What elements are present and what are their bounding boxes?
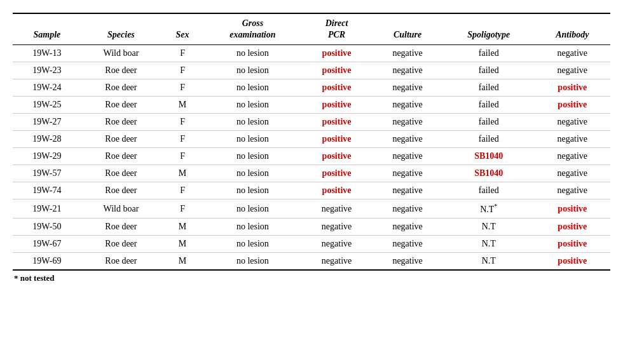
cell-spoligotype: failed [443,97,535,114]
cell-gross: no lesion [204,165,301,182]
data-table: Sample Species Sex Grossexamination Dire… [13,13,610,271]
table-row: 19W-27Roe deerFno lesionpositivenegative… [13,114,610,131]
cell-species: Roe deer [81,165,161,182]
cell-sex: F [161,45,204,62]
cell-sex: M [161,236,204,253]
cell-gross: no lesion [204,199,301,219]
cell-culture: negative [372,199,443,219]
cell-pcr: positive [301,114,373,131]
table-row: 19W-69Roe deerMno lesionnegativenegative… [13,253,610,271]
cell-gross: no lesion [204,148,301,165]
cell-culture: negative [372,219,443,236]
cell-pcr: positive [301,45,373,62]
cell-culture: negative [372,114,443,131]
table-row: 19W-29Roe deerFno lesionpositivenegative… [13,148,610,165]
cell-species: Roe deer [81,62,161,79]
cell-pcr: positive [301,97,373,114]
table-row: 19W-13Wild boarFno lesionpositivenegativ… [13,45,610,62]
col-header-spoligotype: Spoligotype [443,13,535,45]
cell-gross: no lesion [204,182,301,199]
cell-culture: negative [372,62,443,79]
cell-sample: 19W-29 [13,148,81,165]
cell-antibody: negative [535,182,610,199]
table-row: 19W-67Roe deerMno lesionnegativenegative… [13,236,610,253]
main-container: Sample Species Sex Grossexamination Dire… [13,13,610,283]
cell-species: Roe deer [81,253,161,271]
cell-sample: 19W-21 [13,199,81,219]
cell-sample: 19W-28 [13,131,81,148]
cell-spoligotype: SB1040 [443,165,535,182]
cell-antibody: positive [535,79,610,97]
cell-antibody: positive [535,253,610,271]
table-row: 19W-23Roe deerFno lesionpositivenegative… [13,62,610,79]
cell-spoligotype: N.T [443,236,535,253]
cell-pcr: negative [301,253,373,271]
cell-antibody: negative [535,114,610,131]
cell-sex: F [161,182,204,199]
cell-antibody: positive [535,199,610,219]
cell-sex: M [161,219,204,236]
table-row: 19W-24Roe deerFno lesionpositivenegative… [13,79,610,97]
cell-culture: negative [372,45,443,62]
cell-spoligotype: N.T [443,253,535,271]
cell-spoligotype: failed [443,79,535,97]
cell-gross: no lesion [204,253,301,271]
cell-spoligotype: N.T [443,219,535,236]
cell-spoligotype: failed [443,45,535,62]
cell-culture: negative [372,97,443,114]
cell-sex: F [161,131,204,148]
cell-species: Roe deer [81,182,161,199]
col-header-pcr: DirectPCR [301,13,373,45]
cell-pcr: positive [301,148,373,165]
cell-pcr: negative [301,219,373,236]
cell-pcr: positive [301,79,373,97]
cell-sex: M [161,97,204,114]
cell-pcr: positive [301,62,373,79]
cell-pcr: positive [301,131,373,148]
cell-sample: 19W-27 [13,114,81,131]
cell-sex: M [161,253,204,271]
cell-sample: 19W-57 [13,165,81,182]
cell-species: Roe deer [81,236,161,253]
cell-gross: no lesion [204,45,301,62]
cell-species: Wild boar [81,45,161,62]
cell-species: Wild boar [81,199,161,219]
cell-spoligotype: failed [443,182,535,199]
cell-spoligotype: SB1040 [443,148,535,165]
col-header-species: Species [81,13,161,45]
cell-sex: F [161,79,204,97]
cell-antibody: positive [535,219,610,236]
cell-spoligotype: failed [443,62,535,79]
cell-antibody: negative [535,148,610,165]
cell-sample: 19W-25 [13,97,81,114]
cell-sex: F [161,62,204,79]
cell-culture: negative [372,131,443,148]
col-header-culture: Culture [372,13,443,45]
cell-sample: 19W-13 [13,45,81,62]
cell-spoligotype: failed [443,131,535,148]
col-header-sex: Sex [161,13,204,45]
cell-gross: no lesion [204,79,301,97]
cell-pcr: negative [301,236,373,253]
col-header-gross: Grossexamination [204,13,301,45]
cell-sex: F [161,148,204,165]
cell-antibody: positive [535,236,610,253]
cell-antibody: negative [535,45,610,62]
footnote: * not tested [13,273,610,283]
cell-pcr: negative [301,199,373,219]
cell-sample: 19W-24 [13,79,81,97]
cell-gross: no lesion [204,97,301,114]
table-row: 19W-57Roe deerMno lesionpositivenegative… [13,165,610,182]
cell-pcr: positive [301,165,373,182]
table-row: 19W-50Roe deerMno lesionnegativenegative… [13,219,610,236]
cell-species: Roe deer [81,114,161,131]
cell-species: Roe deer [81,79,161,97]
cell-culture: negative [372,148,443,165]
cell-species: Roe deer [81,148,161,165]
cell-sex: F [161,199,204,219]
cell-species: Roe deer [81,131,161,148]
cell-antibody: positive [535,97,610,114]
cell-culture: negative [372,182,443,199]
cell-antibody: negative [535,62,610,79]
cell-antibody: negative [535,165,610,182]
